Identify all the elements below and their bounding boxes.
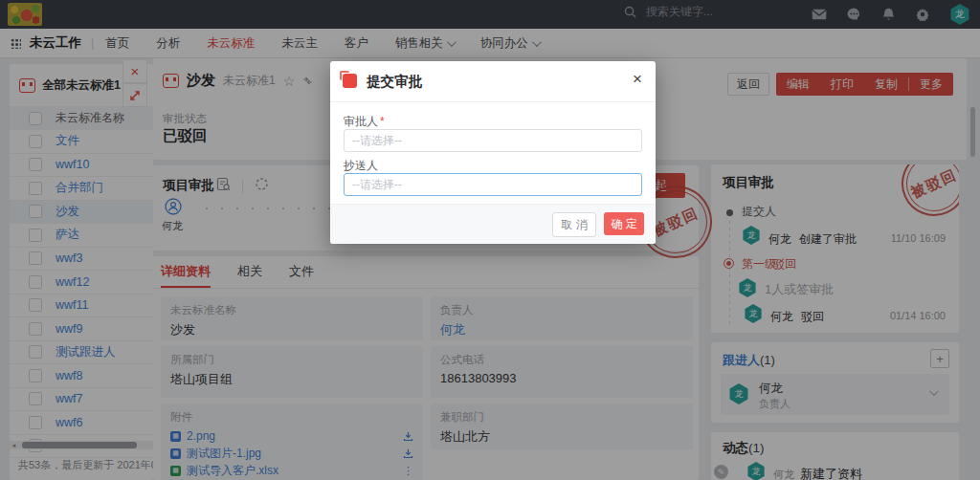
modal-header: 提交审批 × bbox=[330, 61, 656, 102]
modal-footer: 取 消 确 定 bbox=[330, 204, 656, 244]
label-text: 审批人 bbox=[344, 115, 378, 128]
required-mark: * bbox=[380, 115, 385, 128]
close-icon[interactable]: × bbox=[633, 70, 642, 89]
confirm-button[interactable]: 确 定 bbox=[604, 212, 644, 235]
app-screen: 龙 未云工作 | 首页 分析 未云标准 未云主 客户 销售相关 协同办公 全部未… bbox=[0, 0, 980, 480]
cancel-button[interactable]: 取 消 bbox=[552, 212, 596, 237]
submit-approval-modal: 提交审批 × 审批人* 抄送人 取 消 确 定 bbox=[330, 61, 656, 244]
cc-select[interactable] bbox=[344, 173, 642, 196]
approval-icon bbox=[343, 74, 357, 88]
label-text: 抄送人 bbox=[344, 159, 378, 172]
approver-field-label: 审批人* bbox=[344, 114, 385, 130]
approver-select[interactable] bbox=[344, 129, 642, 152]
cc-field-label: 抄送人 bbox=[344, 158, 378, 174]
modal-title: 提交审批 bbox=[367, 73, 422, 91]
